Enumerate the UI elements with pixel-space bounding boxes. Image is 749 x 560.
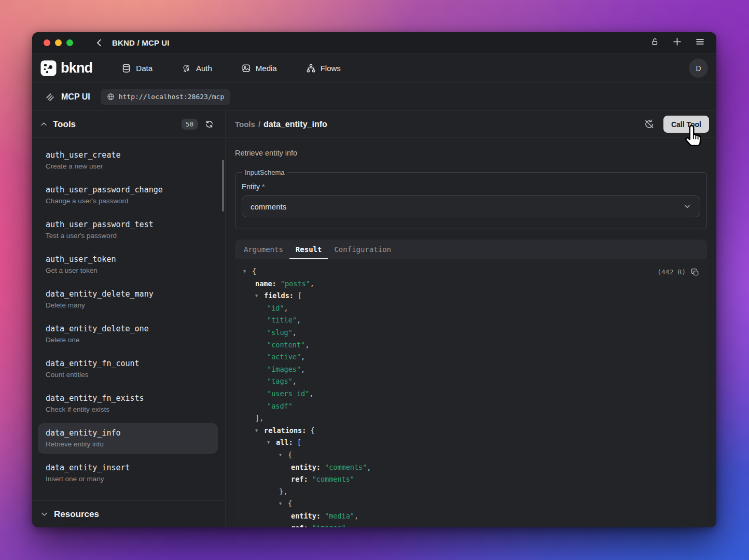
tool-name: data_entity_delete_one	[46, 324, 210, 333]
tool-list-item[interactable]: auth_user_createCreate a new user	[38, 145, 218, 176]
new-tab-icon[interactable]	[672, 37, 682, 49]
close-window-button[interactable]	[44, 39, 50, 46]
expand-arrow-icon[interactable]: ▼	[267, 437, 276, 449]
tool-name: data_entity_delete_many	[46, 289, 210, 299]
expand-arrow-icon[interactable]: ▼	[279, 449, 288, 461]
json-line: ▼all: [	[243, 437, 699, 449]
input-schema-fieldset: InputSchema Entity * comments	[235, 169, 707, 229]
tools-count-badge: 50	[182, 119, 198, 130]
bknd-logo-icon	[40, 60, 57, 76]
resources-section-header[interactable]: Resources	[32, 500, 225, 527]
tool-desc: Get a user token	[46, 267, 210, 274]
tab-result[interactable]: Result	[289, 240, 328, 259]
tool-list-item[interactable]: data_entity_delete_manyDelete many	[38, 284, 218, 315]
tool-name: data_entity_fn_exists	[46, 394, 210, 403]
tools-section-header[interactable]: Tools 50	[32, 111, 225, 138]
desktop-wallpaper: { "window": { "title": "BKND / MCP UI" }…	[0, 0, 749, 560]
content-area: Tools 50 auth_user_createCreate a new us…	[32, 111, 716, 527]
titlebar-actions	[650, 37, 705, 49]
expand-arrow-icon[interactable]: ▼	[255, 290, 264, 302]
json-line: "images",	[243, 363, 699, 376]
nav-item-label: Auth	[196, 64, 212, 73]
tool-desc: Insert one or many	[46, 475, 210, 483]
tool-desc: Check if entity exists	[46, 405, 210, 413]
tool-desc: Test a user's password	[46, 232, 210, 240]
minimize-window-button[interactable]	[55, 39, 62, 46]
result-card: ArgumentsResultConfiguration (442 B) ▼{n…	[235, 240, 707, 527]
tool-list-item[interactable]: data_entity_fn_countCount entities	[38, 354, 218, 384]
json-line: entity: "comments",	[243, 461, 699, 474]
mouse-cursor-pointer	[680, 124, 704, 148]
tool-list-item[interactable]: auth_user_password_changeChange a user's…	[38, 180, 218, 211]
json-line: },	[243, 486, 699, 498]
json-line: ▼{	[243, 265, 699, 278]
window-title: BKND / MCP UI	[112, 38, 170, 47]
app-nav-bar: bknd Data Auth Media Flows D	[32, 54, 716, 83]
nav-item-label: Flows	[321, 64, 341, 73]
tool-name: data_entity_info	[46, 428, 210, 438]
server-url: http://localhost:28623/mcp	[119, 93, 225, 101]
expand-arrow-icon[interactable]: ▼	[255, 425, 264, 437]
zoom-window-button[interactable]	[66, 39, 73, 46]
back-icon[interactable]	[95, 38, 104, 47]
breadcrumb: Tools/data_entity_info	[235, 120, 327, 129]
nav-item-media[interactable]: Media	[241, 63, 277, 73]
payload-size: (442 B)	[657, 266, 686, 278]
menu-icon[interactable]	[695, 37, 705, 49]
lock-icon[interactable]	[650, 37, 659, 48]
json-line: "slug",	[243, 327, 699, 339]
json-line: ],	[243, 412, 699, 425]
tab-arguments[interactable]: Arguments	[238, 240, 289, 259]
auto-call-off-icon[interactable]	[644, 119, 655, 130]
server-url-pill[interactable]: http://localhost:28623/mcp	[101, 89, 231, 105]
breadcrumb-separator: /	[258, 120, 260, 129]
entity-select-value: comments	[251, 202, 286, 211]
sidebar-scrollbar[interactable]	[222, 160, 224, 212]
refresh-tools-icon[interactable]	[205, 120, 214, 129]
tool-list-item[interactable]: data_entity_insertInsert one or many	[38, 458, 218, 488]
tool-desc: Retrieve entity info	[46, 440, 210, 448]
copy-icon[interactable]	[691, 268, 699, 276]
title-bar: BKND / MCP UI	[32, 32, 716, 54]
json-line: "content",	[243, 339, 699, 352]
user-avatar[interactable]: D	[689, 59, 708, 78]
json-meta: (442 B)	[657, 266, 699, 278]
brand-logo[interactable]: bknd	[40, 60, 92, 76]
json-line: ref: "images"	[243, 522, 699, 527]
tool-description: Retrieve entity info	[235, 149, 707, 157]
tool-desc: Delete one	[46, 336, 210, 344]
nav-item-label: Media	[256, 64, 277, 73]
globe-icon	[107, 93, 115, 101]
json-line: ▼{	[243, 498, 699, 510]
tool-name: auth_user_token	[46, 255, 210, 264]
tool-desc: Count entities	[46, 371, 210, 379]
nav-item-data[interactable]: Data	[121, 63, 152, 73]
nav-item-flows[interactable]: Flows	[306, 63, 341, 73]
resources-section-title: Resources	[54, 509, 99, 520]
brand-name: bknd	[61, 60, 92, 76]
breadcrumb-current: data_entity_info	[263, 120, 327, 129]
entity-select[interactable]: comments	[242, 195, 700, 217]
tool-list-item[interactable]: auth_user_tokenGet a user token	[38, 249, 218, 280]
tools-section-title: Tools	[53, 119, 76, 130]
tool-list-item[interactable]: data_entity_delete_oneDelete one	[38, 319, 218, 349]
json-line: "title",	[243, 314, 699, 327]
main-header: Tools/data_entity_info Call Tool	[226, 111, 716, 138]
breadcrumb-root[interactable]: Tools	[235, 120, 255, 129]
expand-arrow-icon[interactable]: ▼	[243, 265, 252, 278]
tool-list-item[interactable]: data_entity_fn_existsCheck if entity exi…	[38, 388, 218, 419]
tool-list-item[interactable]: auth_user_password_testTest a user's pas…	[38, 215, 218, 245]
chevron-down-icon	[683, 202, 691, 211]
tool-name: auth_user_password_change	[46, 185, 210, 194]
mcp-tag-icon	[45, 92, 55, 102]
tool-name: data_entity_fn_count	[46, 359, 210, 368]
json-line: "active",	[243, 351, 699, 363]
expand-arrow-icon[interactable]: ▼	[279, 498, 288, 510]
tool-name: auth_user_create	[46, 150, 210, 160]
tool-list-item[interactable]: data_entity_infoRetrieve entity info	[38, 423, 218, 454]
mcp-ui-label: MCP UI	[61, 92, 90, 102]
image-icon	[241, 63, 251, 73]
tab-configuration[interactable]: Configuration	[328, 240, 397, 259]
nav-item-auth[interactable]: Auth	[182, 63, 212, 73]
tool-desc: Change a user's password	[46, 197, 210, 205]
